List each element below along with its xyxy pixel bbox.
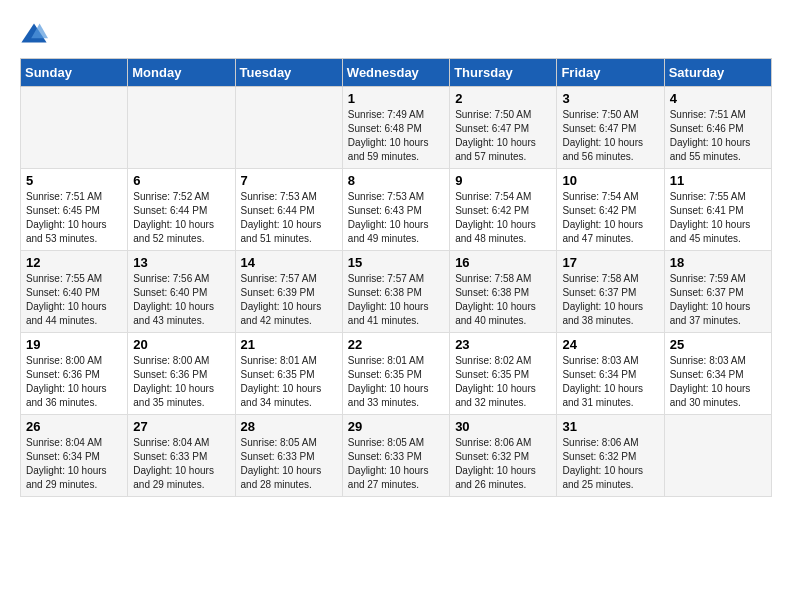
day-info: Sunrise: 7:57 AM Sunset: 6:38 PM Dayligh… <box>348 272 444 328</box>
calendar-table: SundayMondayTuesdayWednesdayThursdayFrid… <box>20 58 772 497</box>
calendar-cell: 7Sunrise: 7:53 AM Sunset: 6:44 PM Daylig… <box>235 169 342 251</box>
day-info: Sunrise: 8:06 AM Sunset: 6:32 PM Dayligh… <box>562 436 658 492</box>
day-number: 19 <box>26 337 122 352</box>
day-info: Sunrise: 7:55 AM Sunset: 6:40 PM Dayligh… <box>26 272 122 328</box>
day-number: 7 <box>241 173 337 188</box>
column-header-friday: Friday <box>557 59 664 87</box>
day-info: Sunrise: 8:01 AM Sunset: 6:35 PM Dayligh… <box>241 354 337 410</box>
calendar-cell <box>235 87 342 169</box>
calendar-cell: 12Sunrise: 7:55 AM Sunset: 6:40 PM Dayli… <box>21 251 128 333</box>
day-info: Sunrise: 8:01 AM Sunset: 6:35 PM Dayligh… <box>348 354 444 410</box>
calendar-cell: 19Sunrise: 8:00 AM Sunset: 6:36 PM Dayli… <box>21 333 128 415</box>
calendar-cell: 11Sunrise: 7:55 AM Sunset: 6:41 PM Dayli… <box>664 169 771 251</box>
day-info: Sunrise: 7:56 AM Sunset: 6:40 PM Dayligh… <box>133 272 229 328</box>
day-number: 1 <box>348 91 444 106</box>
calendar-cell: 4Sunrise: 7:51 AM Sunset: 6:46 PM Daylig… <box>664 87 771 169</box>
calendar-cell: 3Sunrise: 7:50 AM Sunset: 6:47 PM Daylig… <box>557 87 664 169</box>
day-number: 9 <box>455 173 551 188</box>
calendar-cell <box>664 415 771 497</box>
day-number: 26 <box>26 419 122 434</box>
day-number: 4 <box>670 91 766 106</box>
day-info: Sunrise: 7:49 AM Sunset: 6:48 PM Dayligh… <box>348 108 444 164</box>
day-info: Sunrise: 7:50 AM Sunset: 6:47 PM Dayligh… <box>455 108 551 164</box>
calendar-cell: 1Sunrise: 7:49 AM Sunset: 6:48 PM Daylig… <box>342 87 449 169</box>
logo-icon <box>20 20 48 48</box>
day-number: 23 <box>455 337 551 352</box>
day-number: 31 <box>562 419 658 434</box>
column-header-sunday: Sunday <box>21 59 128 87</box>
week-row-3: 12Sunrise: 7:55 AM Sunset: 6:40 PM Dayli… <box>21 251 772 333</box>
week-row-2: 5Sunrise: 7:51 AM Sunset: 6:45 PM Daylig… <box>21 169 772 251</box>
day-number: 18 <box>670 255 766 270</box>
week-row-5: 26Sunrise: 8:04 AM Sunset: 6:34 PM Dayli… <box>21 415 772 497</box>
calendar-cell: 23Sunrise: 8:02 AM Sunset: 6:35 PM Dayli… <box>450 333 557 415</box>
day-info: Sunrise: 8:05 AM Sunset: 6:33 PM Dayligh… <box>241 436 337 492</box>
calendar-cell: 21Sunrise: 8:01 AM Sunset: 6:35 PM Dayli… <box>235 333 342 415</box>
calendar-cell: 26Sunrise: 8:04 AM Sunset: 6:34 PM Dayli… <box>21 415 128 497</box>
day-info: Sunrise: 7:57 AM Sunset: 6:39 PM Dayligh… <box>241 272 337 328</box>
calendar-cell: 16Sunrise: 7:58 AM Sunset: 6:38 PM Dayli… <box>450 251 557 333</box>
logo <box>20 20 54 48</box>
column-header-thursday: Thursday <box>450 59 557 87</box>
day-number: 24 <box>562 337 658 352</box>
day-number: 30 <box>455 419 551 434</box>
day-number: 5 <box>26 173 122 188</box>
calendar-cell: 9Sunrise: 7:54 AM Sunset: 6:42 PM Daylig… <box>450 169 557 251</box>
calendar-cell: 18Sunrise: 7:59 AM Sunset: 6:37 PM Dayli… <box>664 251 771 333</box>
day-number: 10 <box>562 173 658 188</box>
column-header-monday: Monday <box>128 59 235 87</box>
day-info: Sunrise: 8:00 AM Sunset: 6:36 PM Dayligh… <box>133 354 229 410</box>
day-info: Sunrise: 7:54 AM Sunset: 6:42 PM Dayligh… <box>562 190 658 246</box>
day-info: Sunrise: 7:59 AM Sunset: 6:37 PM Dayligh… <box>670 272 766 328</box>
day-number: 6 <box>133 173 229 188</box>
calendar-cell: 30Sunrise: 8:06 AM Sunset: 6:32 PM Dayli… <box>450 415 557 497</box>
day-number: 16 <box>455 255 551 270</box>
day-number: 11 <box>670 173 766 188</box>
day-number: 21 <box>241 337 337 352</box>
week-row-1: 1Sunrise: 7:49 AM Sunset: 6:48 PM Daylig… <box>21 87 772 169</box>
day-number: 27 <box>133 419 229 434</box>
calendar-cell: 14Sunrise: 7:57 AM Sunset: 6:39 PM Dayli… <box>235 251 342 333</box>
day-number: 2 <box>455 91 551 106</box>
calendar-cell <box>21 87 128 169</box>
day-info: Sunrise: 8:02 AM Sunset: 6:35 PM Dayligh… <box>455 354 551 410</box>
day-info: Sunrise: 8:03 AM Sunset: 6:34 PM Dayligh… <box>670 354 766 410</box>
day-info: Sunrise: 7:53 AM Sunset: 6:44 PM Dayligh… <box>241 190 337 246</box>
calendar-cell: 2Sunrise: 7:50 AM Sunset: 6:47 PM Daylig… <box>450 87 557 169</box>
day-info: Sunrise: 7:58 AM Sunset: 6:38 PM Dayligh… <box>455 272 551 328</box>
column-header-wednesday: Wednesday <box>342 59 449 87</box>
header-row: SundayMondayTuesdayWednesdayThursdayFrid… <box>21 59 772 87</box>
calendar-cell: 28Sunrise: 8:05 AM Sunset: 6:33 PM Dayli… <box>235 415 342 497</box>
calendar-cell: 27Sunrise: 8:04 AM Sunset: 6:33 PM Dayli… <box>128 415 235 497</box>
calendar-cell <box>128 87 235 169</box>
calendar-cell: 10Sunrise: 7:54 AM Sunset: 6:42 PM Dayli… <box>557 169 664 251</box>
day-info: Sunrise: 7:50 AM Sunset: 6:47 PM Dayligh… <box>562 108 658 164</box>
day-number: 28 <box>241 419 337 434</box>
day-number: 25 <box>670 337 766 352</box>
day-info: Sunrise: 8:06 AM Sunset: 6:32 PM Dayligh… <box>455 436 551 492</box>
day-info: Sunrise: 7:51 AM Sunset: 6:45 PM Dayligh… <box>26 190 122 246</box>
day-number: 20 <box>133 337 229 352</box>
calendar-cell: 20Sunrise: 8:00 AM Sunset: 6:36 PM Dayli… <box>128 333 235 415</box>
day-number: 22 <box>348 337 444 352</box>
calendar-cell: 5Sunrise: 7:51 AM Sunset: 6:45 PM Daylig… <box>21 169 128 251</box>
day-info: Sunrise: 7:51 AM Sunset: 6:46 PM Dayligh… <box>670 108 766 164</box>
day-info: Sunrise: 7:53 AM Sunset: 6:43 PM Dayligh… <box>348 190 444 246</box>
day-info: Sunrise: 7:58 AM Sunset: 6:37 PM Dayligh… <box>562 272 658 328</box>
column-header-tuesday: Tuesday <box>235 59 342 87</box>
day-number: 29 <box>348 419 444 434</box>
column-header-saturday: Saturday <box>664 59 771 87</box>
day-info: Sunrise: 8:03 AM Sunset: 6:34 PM Dayligh… <box>562 354 658 410</box>
calendar-cell: 29Sunrise: 8:05 AM Sunset: 6:33 PM Dayli… <box>342 415 449 497</box>
day-info: Sunrise: 8:04 AM Sunset: 6:34 PM Dayligh… <box>26 436 122 492</box>
calendar-cell: 8Sunrise: 7:53 AM Sunset: 6:43 PM Daylig… <box>342 169 449 251</box>
calendar-cell: 24Sunrise: 8:03 AM Sunset: 6:34 PM Dayli… <box>557 333 664 415</box>
day-info: Sunrise: 7:55 AM Sunset: 6:41 PM Dayligh… <box>670 190 766 246</box>
day-info: Sunrise: 8:00 AM Sunset: 6:36 PM Dayligh… <box>26 354 122 410</box>
calendar-cell: 17Sunrise: 7:58 AM Sunset: 6:37 PM Dayli… <box>557 251 664 333</box>
calendar-cell: 25Sunrise: 8:03 AM Sunset: 6:34 PM Dayli… <box>664 333 771 415</box>
day-number: 15 <box>348 255 444 270</box>
calendar-cell: 15Sunrise: 7:57 AM Sunset: 6:38 PM Dayli… <box>342 251 449 333</box>
calendar-cell: 13Sunrise: 7:56 AM Sunset: 6:40 PM Dayli… <box>128 251 235 333</box>
day-number: 14 <box>241 255 337 270</box>
